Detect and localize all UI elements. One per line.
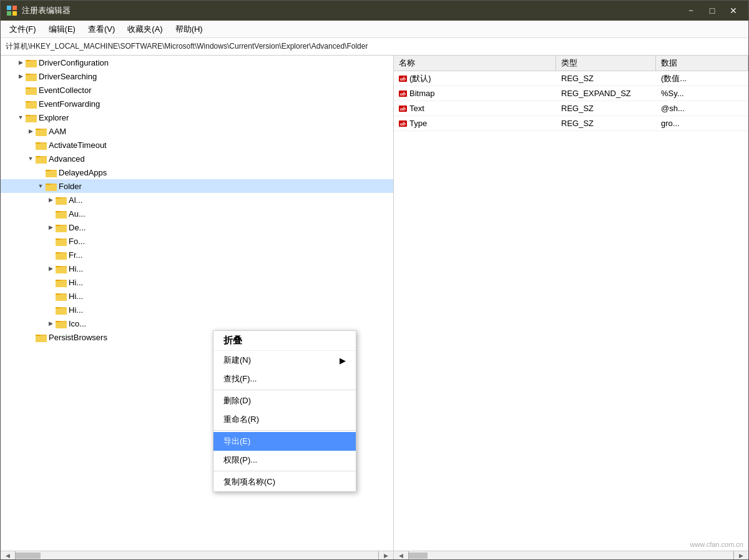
values-row-type[interactable]: ab Type REG_SZ gro... — [394, 116, 748, 131]
menu-favorites[interactable]: 收藏夹(A) — [121, 21, 169, 37]
folder-icon — [56, 263, 67, 273]
expand-icon — [46, 209, 56, 219]
main-content: ▶ DriverConfiguration ▶ DriverSearching — [1, 56, 748, 551]
context-menu-new[interactable]: 新建(N) ▶ — [213, 351, 356, 370]
values-row-default[interactable]: ab (默认) REG_SZ (数值... — [394, 71, 748, 86]
node-label: Ico... — [69, 319, 86, 328]
expand-icon — [26, 140, 36, 150]
tree-node-folder[interactable]: ▼ Folder — [1, 179, 393, 193]
expand-icon — [36, 167, 46, 177]
folder-icon — [26, 57, 37, 67]
close-button[interactable]: ✕ — [723, 2, 743, 19]
tree-node-fo[interactable]: Fo... — [1, 234, 393, 248]
expand-icon: ▶ — [46, 195, 56, 205]
values-row-text[interactable]: ab Text REG_SZ @sh... — [394, 101, 748, 116]
scroll-left-btn-right[interactable]: ◀ — [394, 551, 409, 560]
tree-node-driversearching[interactable]: ▶ DriverSearching — [1, 69, 393, 83]
context-menu-permissions[interactable]: 权限(P)... — [213, 451, 356, 469]
scroll-left-btn[interactable]: ◀ — [1, 551, 16, 560]
value-type-bitmap: REG_EXPAND_SZ — [556, 87, 656, 99]
scroll-track-right — [409, 551, 733, 559]
folder-icon — [56, 291, 67, 301]
expand-icon — [46, 291, 56, 301]
menu-view[interactable]: 查看(V) — [82, 21, 121, 37]
context-menu-separator-1 — [213, 390, 356, 390]
node-label: Hi... — [69, 305, 83, 315]
svg-rect-48 — [56, 253, 67, 260]
tree-node-eventcollector[interactable]: EventCollector — [1, 83, 393, 97]
address-path: 计算机\HKEY_LOCAL_MACHINE\SOFTWARE\Microsof… — [6, 41, 368, 52]
folder-icon-open — [46, 181, 57, 191]
maximize-button[interactable]: □ — [702, 2, 722, 19]
scroll-right-btn-right[interactable]: ▶ — [733, 551, 748, 560]
folder-icon — [56, 236, 67, 246]
expand-icon: ▶ — [46, 263, 56, 273]
context-menu-permissions-label: 权限(P)... — [223, 454, 257, 466]
value-data-text: @sh... — [656, 102, 748, 114]
tree-node-de[interactable]: ▶ De... — [1, 220, 393, 234]
tree-node-hi2[interactable]: Hi... — [1, 275, 393, 289]
node-label: PersistBrowsers — [49, 333, 107, 342]
expand-icon: ▶ — [46, 318, 56, 328]
folder-icon — [26, 85, 37, 95]
scroll-thumb-left[interactable] — [16, 553, 41, 559]
tree-node-hi4[interactable]: Hi... — [1, 303, 393, 317]
node-label: Folder — [59, 182, 82, 191]
svg-rect-9 — [26, 75, 37, 81]
menu-help[interactable]: 帮助(H) — [169, 21, 209, 37]
value-name-text: Text — [409, 104, 424, 113]
values-row-bitmap[interactable]: ab Bitmap REG_EXPAND_SZ %Sy... — [394, 86, 748, 101]
value-name-text: Type — [409, 119, 427, 128]
tree-node-driverconfiguration[interactable]: ▶ DriverConfiguration — [1, 56, 393, 69]
context-menu-copykey[interactable]: 复制项名称(C) — [213, 473, 356, 491]
scroll-right-btn[interactable]: ▶ — [378, 551, 393, 560]
context-menu-rename[interactable]: 重命名(R) — [213, 410, 356, 429]
tree-node-advanced[interactable]: ▼ Advanced — [1, 152, 393, 165]
expand-icon: ▼ — [36, 181, 46, 191]
tree-node-activatetimeout[interactable]: ActivateTimeout — [1, 138, 393, 152]
menu-edit[interactable]: 编辑(E) — [42, 21, 82, 37]
ab-icon: ab — [399, 91, 407, 97]
header-data: 数据 — [656, 56, 748, 71]
value-name-text-row: ab Text — [394, 102, 556, 114]
bottom-scrollbar[interactable]: ◀ ▶ ◀ ▶ — [1, 551, 748, 559]
svg-rect-1 — [12, 6, 17, 10]
context-menu-find-label: 查找(F)... — [223, 373, 257, 385]
node-label: DelayedApps — [59, 168, 107, 177]
context-menu-delete-label: 删除(D) — [223, 395, 251, 406]
minimize-button[interactable]: － — [681, 2, 701, 19]
context-menu-export[interactable]: 导出(E) — [213, 432, 356, 451]
tree-node-explorer[interactable]: ▼ Explorer — [1, 111, 393, 124]
expand-icon: ▶ — [16, 57, 26, 67]
window-controls: － □ ✕ — [681, 2, 743, 19]
tree-node-aam[interactable]: ▶ AAM — [1, 124, 393, 138]
svg-rect-39 — [56, 212, 67, 219]
folder-icon — [56, 209, 67, 219]
scroll-thumb-right[interactable] — [409, 553, 428, 559]
app-icon — [6, 4, 18, 17]
svg-rect-33 — [46, 185, 57, 191]
context-menu-delete[interactable]: 删除(D) — [213, 391, 356, 410]
folder-icon — [56, 250, 67, 260]
tree-node-eventforwarding[interactable]: EventForwarding — [1, 97, 393, 111]
tree-node-hi3[interactable]: Hi... — [1, 289, 393, 303]
menu-bar: 文件(F) 编辑(E) 查看(V) 收藏夹(A) 帮助(H) — [1, 21, 748, 38]
tree-node-hi1[interactable]: ▶ Hi... — [1, 262, 393, 275]
tree-panel[interactable]: ▶ DriverConfiguration ▶ DriverSearching — [1, 56, 394, 551]
expand-icon — [46, 277, 56, 287]
folder-icon — [56, 195, 67, 205]
node-label: EventCollector — [39, 86, 92, 95]
tree-node-al[interactable]: ▶ Al... — [1, 193, 393, 207]
tree-node-delayedapps[interactable]: DelayedApps — [1, 165, 393, 179]
expand-icon — [16, 85, 26, 95]
folder-icon — [36, 126, 47, 136]
expand-icon — [16, 99, 26, 109]
context-menu-find[interactable]: 查找(F)... — [213, 370, 356, 388]
context-menu-title: 折叠 — [213, 331, 356, 351]
node-label: De... — [69, 223, 86, 232]
tree-node-au[interactable]: Au... — [1, 207, 393, 220]
node-label: Hi... — [69, 292, 83, 301]
menu-file[interactable]: 文件(F) — [3, 21, 42, 37]
tree-node-ico[interactable]: ▶ Ico... — [1, 317, 393, 330]
tree-node-fr[interactable]: Fr... — [1, 248, 393, 262]
